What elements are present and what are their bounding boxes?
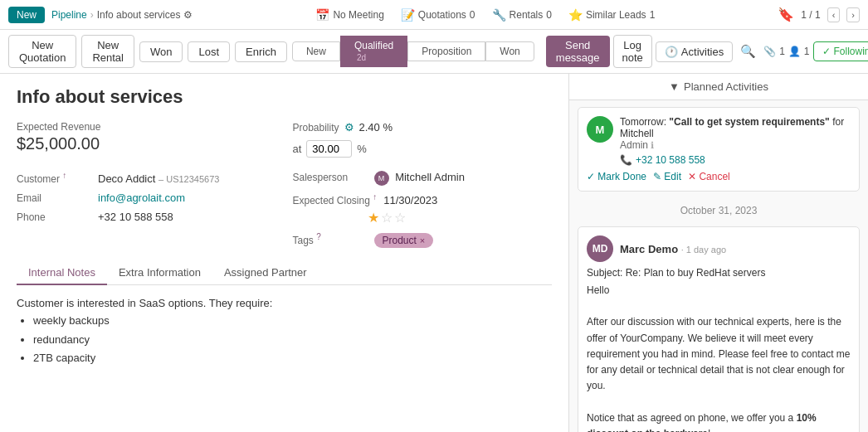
lost-button[interactable]: Lost: [188, 41, 230, 62]
phone-label: Phone: [17, 211, 91, 223]
no-meeting-action[interactable]: 📅 No Meeting: [315, 8, 383, 22]
star-3[interactable]: ☆: [394, 210, 406, 226]
new-quotation-button[interactable]: New Quotation: [8, 35, 76, 68]
mark-done-action[interactable]: ✓ Mark Done: [587, 171, 646, 182]
activities-button[interactable]: 🕐 Activities: [656, 41, 733, 62]
gear-icon[interactable]: ⚙: [183, 9, 193, 21]
at-label: at: [293, 143, 302, 155]
activity-actions: ✓ Mark Done ✎ Edit ✕ Cancel: [587, 171, 851, 182]
form-grid: Customer ↑ Deco Addict – US12345673 Emai…: [17, 171, 552, 248]
breadcrumb-pipeline[interactable]: Pipeline: [51, 9, 87, 21]
activity-info: Tomorrow: "Call to get system requiremen…: [620, 116, 851, 166]
marc-body: Hello After our discussion with our tech…: [587, 283, 851, 432]
probability-group: Probability ⚙ 2.40 % at %: [293, 121, 553, 158]
activity-phone: 📞 +32 10 588 558: [620, 154, 851, 166]
right-panel: ▼ Planned Activities M Tomorrow: "Call t…: [569, 74, 868, 432]
info-icon: ℹ: [651, 140, 654, 150]
breadcrumb: Pipeline › Info about services ⚙: [51, 9, 193, 21]
top-bar-right: 🔖 1 / 1 ‹ ›: [778, 7, 860, 22]
following-button[interactable]: ✓ Following: [813, 41, 868, 61]
tabs: Internal Notes Extra Information Assigne…: [17, 261, 552, 285]
bookmark-icon[interactable]: 🔖: [778, 7, 794, 22]
notes-item-3: 2TB capacity: [33, 350, 552, 367]
prev-button[interactable]: ‹: [827, 7, 841, 22]
enrich-button[interactable]: Enrich: [235, 41, 287, 62]
nav-count: 1 / 1: [801, 9, 820, 21]
person-icon: 👤: [788, 46, 801, 57]
message-marc: MD Marc Demo · 1 day ago Subject: Re: Pl…: [578, 226, 860, 432]
notes-item-1: weekly backups: [33, 313, 552, 330]
activity-header: M Tomorrow: "Call to get system requirem…: [587, 116, 851, 166]
tab-assigned-partner[interactable]: Assigned Partner: [212, 261, 319, 285]
activity-avatar: M: [587, 116, 613, 143]
email-value[interactable]: info@agrolait.com: [98, 192, 185, 204]
notes-intro: Customer is interested in SaaS options. …: [17, 295, 552, 313]
star-1[interactable]: ★: [368, 210, 379, 226]
new-button[interactable]: New: [8, 7, 45, 23]
marc-time: · 1 day ago: [681, 245, 726, 255]
won-button[interactable]: Won: [139, 41, 183, 62]
notes-content: Customer is interested in SaaS options. …: [17, 295, 552, 367]
msg-header-marc: MD Marc Demo · 1 day ago: [587, 235, 851, 262]
salesperson-label: Salesperson: [293, 172, 368, 183]
expected-closing-label: Expected Closing ↑: [293, 192, 378, 206]
salesperson-section: Salesperson M Mitchell Admin Expected Cl…: [293, 171, 553, 248]
activity-date: Tomorrow: "Call to get system requiremen…: [620, 116, 851, 139]
tag-remove[interactable]: ×: [420, 235, 425, 245]
similar-leads-action[interactable]: ⭐ Similar Leads 1: [568, 8, 655, 22]
tags-label: Tags ?: [293, 232, 368, 246]
field-grid: Expected Revenue $25,000.00 Probability …: [17, 121, 552, 158]
message-actions: Send message Log note 🕐 Activities 🔍 📎 1…: [546, 35, 868, 68]
tags-container: Product ×: [374, 233, 434, 248]
edit-action[interactable]: ✎ Edit: [653, 171, 681, 182]
quotations-action[interactable]: 📝 Quotations 0: [401, 8, 475, 22]
activity-user: Admin ℹ: [620, 139, 851, 151]
phone-row: Phone +32 10 588 558: [17, 211, 276, 223]
triangle-icon: ▼: [669, 80, 680, 93]
customer-label: Customer ↑: [17, 171, 91, 185]
quotations-icon: 📝: [401, 8, 415, 22]
search-icon-button[interactable]: 🔍: [736, 42, 760, 61]
stars: ★ ☆ ☆: [368, 210, 553, 226]
rentals-action[interactable]: 🔧 Rentals 0: [492, 8, 552, 22]
next-button[interactable]: ›: [846, 7, 860, 22]
calendar-icon: 📅: [315, 8, 329, 22]
clock-icon: 🕐: [665, 46, 678, 58]
stage-new[interactable]: New: [292, 41, 340, 61]
marc-meta: Marc Demo · 1 day ago: [620, 243, 726, 255]
star-icon: ⭐: [568, 8, 583, 22]
notes-list: weekly backups redundancy 2TB capacity: [33, 313, 552, 367]
stage-proposition[interactable]: Proposition: [407, 41, 485, 61]
salesperson-row: Salesperson M Mitchell Admin: [293, 171, 553, 186]
activity-card: M Tomorrow: "Call to get system requirem…: [578, 107, 860, 192]
email-label: Email: [17, 192, 91, 204]
tab-extra-information[interactable]: Extra Information: [107, 261, 212, 285]
check-icon: ✓: [822, 46, 831, 57]
customer-ref: – US12345673: [158, 174, 219, 184]
tab-internal-notes[interactable]: Internal Notes: [17, 261, 107, 285]
tag-product: Product ×: [374, 233, 434, 248]
send-message-button[interactable]: Send message: [546, 36, 610, 67]
page-title: Info about services: [17, 86, 552, 108]
date-divider: October 31, 2023: [569, 198, 868, 223]
stage-qualified[interactable]: Qualified 2d: [340, 36, 407, 67]
paperclip-icon: 📎: [763, 46, 776, 57]
new-rental-button[interactable]: New Rental: [81, 35, 134, 68]
expected-revenue-label: Expected Revenue: [17, 121, 276, 133]
breadcrumb-page: Info about services: [97, 9, 181, 21]
action-bar: New Quotation New Rental Won Lost Enrich…: [0, 30, 868, 74]
phone-value: +32 10 588 558: [98, 211, 173, 223]
rentals-icon: 🔧: [492, 8, 506, 22]
cancel-action[interactable]: ✕ Cancel: [688, 171, 730, 182]
probability-icon[interactable]: ⚙: [344, 121, 354, 133]
star-2[interactable]: ☆: [381, 210, 393, 226]
stage-won[interactable]: Won: [485, 41, 534, 61]
stage-bar: New Qualified 2d Proposition Won: [292, 36, 534, 67]
at-input[interactable]: [306, 140, 352, 158]
customer-value[interactable]: Deco Addict – US12345673: [98, 172, 219, 185]
notes-item-2: redundancy: [33, 332, 552, 349]
expected-closing-value: 11/30/2023: [383, 194, 437, 206]
customer-section: Customer ↑ Deco Addict – US12345673 Emai…: [17, 171, 276, 248]
expected-revenue-value: $25,000.00: [17, 134, 276, 153]
log-note-button[interactable]: Log note: [613, 35, 652, 68]
